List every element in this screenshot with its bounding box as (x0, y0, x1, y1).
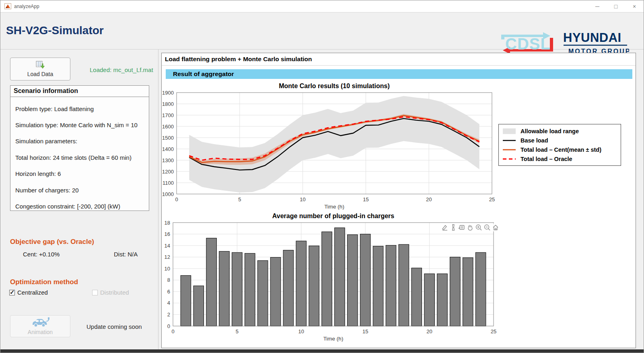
bar-hour-22 (450, 257, 461, 326)
bar-hour-23 (463, 258, 473, 326)
minimize-button[interactable]: ─ (588, 0, 607, 12)
bar-hour-1 (181, 275, 191, 326)
update-note: Update coming soon (86, 323, 142, 330)
legend-label: Allowable load range (521, 128, 579, 134)
checkbox-unchecked-icon (92, 290, 98, 295)
objective-gap-cent: Cent: +0.10% (23, 251, 60, 258)
datatips-icon[interactable] (458, 224, 465, 231)
page-title: SH-V2G-Simulator (6, 24, 104, 37)
bar-hour-8 (270, 257, 281, 326)
svg-text:15: 15 (362, 328, 368, 334)
scenario-body: Problem type: Load flatteningSimulation … (10, 97, 149, 215)
bar-hour-17 (386, 245, 396, 326)
chart-legend[interactable]: Allowable load range Base load Total loa… (498, 124, 621, 166)
objective-gap-title: Objective gap (vs. Oracle) (10, 238, 94, 246)
matlab-app-icon (4, 3, 11, 9)
centralized-checkbox[interactable]: Centralized (9, 289, 48, 296)
bar-hour-11 (309, 246, 319, 326)
svg-text:Time (h): Time (h) (323, 336, 344, 342)
spreadsheet-import-icon (35, 61, 45, 70)
bar-hour-3 (206, 238, 217, 326)
svg-text:8: 8 (167, 277, 170, 283)
svg-text:1100: 1100 (163, 180, 174, 186)
animation-button[interactable]: Animation (10, 315, 70, 337)
zoom-out-icon[interactable] (484, 224, 491, 231)
bar-hour-4 (219, 251, 230, 326)
svg-text:20: 20 (426, 328, 432, 334)
svg-text:12: 12 (165, 254, 170, 260)
bar-hour-15 (360, 234, 370, 326)
titlebar: analyzeApp ─ □ × (0, 0, 644, 12)
svg-text:25: 25 (489, 196, 495, 202)
legend-item-oracle: Total load – Oracle (502, 154, 617, 163)
export-icon[interactable] (441, 224, 449, 231)
scenario-line: Simulation type: Monte Carlo with N_sim … (15, 117, 146, 133)
svg-text:20: 20 (426, 196, 432, 202)
window-title: analyzeApp (14, 4, 588, 9)
bar-hour-24 (475, 252, 486, 326)
optimization-method-title: Optimization method (10, 278, 78, 286)
zoom-in-icon[interactable] (475, 224, 482, 231)
bar-hour-16 (373, 246, 383, 326)
bar-hour-18 (399, 244, 409, 326)
svg-text:1000: 1000 (162, 191, 174, 197)
svg-text:1300: 1300 (162, 157, 174, 163)
svg-text:1200: 1200 (162, 169, 174, 175)
bar-hour-21 (437, 274, 448, 326)
svg-text:0: 0 (175, 196, 178, 202)
legend-item-base: Base load (502, 136, 617, 145)
svg-text:1700: 1700 (162, 112, 174, 118)
scenario-line: Number of chargers: 20 (15, 182, 146, 198)
legend-item-allowable: Allowable load range (502, 126, 617, 136)
centralized-label: Centralized (17, 289, 48, 296)
pan-icon[interactable] (467, 224, 474, 231)
bar-hour-14 (348, 235, 358, 326)
svg-text:Average number of plugged-in c: Average number of plugged-in chargers (272, 213, 395, 219)
legend-black-line-swatch (502, 137, 517, 144)
legend-label: Total load – Cent(mean ± std) (521, 147, 601, 153)
scenario-line: Congestion constraint: [-200, 200] (kW) (15, 198, 146, 214)
scenario-panel: Scenario information Problem type: Load … (10, 85, 149, 211)
checkbox-checked-icon[interactable] (9, 290, 15, 295)
svg-text:1800: 1800 (162, 101, 174, 107)
scenario-line: Simulation parameters: (15, 133, 146, 149)
bar-hour-10 (296, 241, 307, 326)
bar-hour-2 (193, 286, 204, 326)
header: SH-V2G-Simulator CDSL HYUNDAI MOTOR GROU… (0, 13, 644, 50)
animation-label: Animation (28, 329, 53, 335)
hyundai-text: HYUNDAI (563, 31, 621, 45)
svg-text:5: 5 (236, 328, 239, 334)
legend-band-swatch (502, 128, 517, 134)
svg-text:10: 10 (300, 196, 305, 202)
svg-text:1500: 1500 (162, 135, 174, 141)
svg-text:6: 6 (167, 289, 170, 295)
svg-text:2: 2 (167, 312, 170, 318)
loaded-status: Loaded: mc_out_Lf.mat (90, 66, 153, 73)
svg-text:1600: 1600 (162, 124, 174, 130)
svg-text:1400: 1400 (162, 146, 174, 152)
svg-text:Time (h): Time (h) (324, 204, 344, 210)
legend-label: Total load – Oracle (521, 156, 572, 162)
chargers-bar-chart[interactable]: 0246810121416180510152025Time (h)Average… (162, 213, 636, 349)
close-button[interactable]: × (625, 0, 644, 12)
legend-orange-line-swatch (502, 147, 517, 153)
svg-text:25: 25 (491, 328, 496, 334)
maximize-button[interactable]: □ (607, 0, 625, 12)
results-panel-title: Load flattening problem + Monte Carlo si… (162, 53, 636, 66)
bar-hour-13 (335, 228, 345, 326)
svg-text:18: 18 (165, 220, 170, 226)
brush-icon[interactable] (450, 224, 457, 231)
results-panel: Load flattening problem + Monte Carlo si… (161, 53, 636, 348)
axes-toolbar (440, 223, 500, 231)
legend-red-dashed-swatch (502, 156, 517, 162)
app-window: analyzeApp ─ □ × SH-V2G-Simulator CDSL H… (0, 0, 644, 353)
bar-hour-12 (322, 232, 332, 326)
cdsl-text: CDSL (505, 35, 551, 53)
bar-hour-9 (283, 250, 294, 326)
svg-text:4: 4 (167, 300, 170, 306)
load-data-button[interactable]: Load Data (10, 58, 70, 81)
distributed-checkbox: Distributed (92, 289, 129, 296)
restore-view-icon[interactable] (492, 224, 499, 231)
legend-item-cent: Total load – Cent(mean ± std) (502, 145, 617, 154)
svg-text:1900: 1900 (162, 90, 174, 96)
